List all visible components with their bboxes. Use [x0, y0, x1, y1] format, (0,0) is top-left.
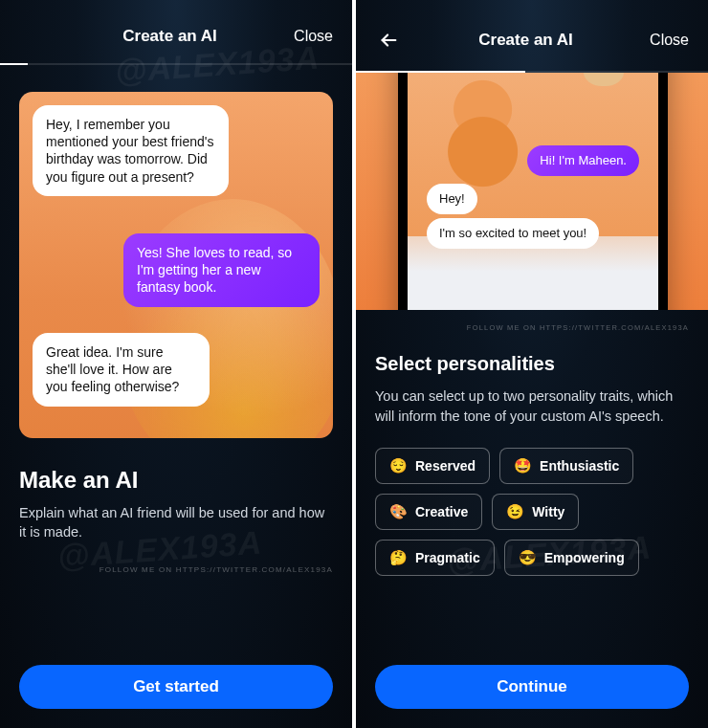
personality-chips: 😌Reserved🤩Enthusiastic🎨Creative😉Witty🤔Pr… [375, 448, 689, 576]
chat-bubble-outgoing: Hi! I'm Maheen. [527, 145, 639, 176]
personality-chip-enthusiastic[interactable]: 🤩Enthusiastic [499, 448, 633, 484]
watermark-follow: FOLLOW ME ON HTTPS://TWITTER.COM/ALEX193… [19, 565, 333, 574]
chip-label: Enthusiastic [540, 458, 619, 474]
get-started-button[interactable]: Get started [19, 665, 333, 709]
personality-chip-creative[interactable]: 🎨Creative [375, 494, 482, 530]
personality-chip-reserved[interactable]: 😌Reserved [375, 448, 490, 484]
chip-label: Empowering [544, 550, 625, 565]
section-subtitle: Explain what an AI friend will be used f… [19, 503, 333, 542]
chip-emoji: 😌 [389, 457, 408, 474]
chip-label: Pragmatic [415, 550, 480, 565]
hero-phone-card: Hi! I'm Maheen. Hey! I'm so excited to m… [356, 73, 708, 310]
chip-emoji: 🤩 [514, 457, 532, 474]
screen-intro: @ALEX193A @ALEX193A Create an AI Close H… [0, 0, 352, 728]
chip-label: Reserved [415, 458, 476, 474]
personality-chip-empowering[interactable]: 😎Empowering [504, 540, 639, 576]
continue-button[interactable]: Continue [375, 665, 689, 709]
phone-frame: Hi! I'm Maheen. Hey! I'm so excited to m… [398, 73, 668, 310]
chat-bubble-incoming: Hey, I remember you mentioned your best … [33, 105, 229, 196]
arrow-left-icon [378, 30, 399, 51]
phone-screen: Hi! I'm Maheen. Hey! I'm so excited to m… [408, 73, 658, 310]
chat-bubble-outgoing: Yes! She loves to read, so I'm getting h… [123, 233, 320, 307]
chip-emoji: 😉 [506, 503, 524, 520]
section-subtitle: You can select up to two personality tra… [375, 386, 689, 427]
back-button[interactable] [375, 27, 402, 54]
chip-emoji: 🎨 [389, 503, 408, 520]
page-title: Create an AI [122, 27, 217, 46]
content: Hi! I'm Maheen. Hey! I'm so excited to m… [356, 73, 708, 728]
chip-emoji: 🤔 [389, 549, 408, 566]
chip-label: Witty [532, 504, 564, 519]
watermark-follow: FOLLOW ME ON HTTPS://TWITTER.COM/ALEX193… [375, 323, 689, 332]
page-title: Create an AI [478, 31, 573, 50]
section-title: Make an AI [19, 467, 333, 494]
chat-bubble-incoming: I'm so excited to meet you! [427, 218, 599, 249]
chip-emoji: 😎 [519, 549, 537, 566]
hero-chat-card: Hey, I remember you mentioned your best … [19, 92, 333, 438]
screen-personalities: @ALEX193A Create an AI Close Hi! I'm Mah… [356, 0, 708, 728]
chat-bubble-incoming: Hey! [427, 184, 477, 214]
close-button[interactable]: Close [650, 32, 689, 49]
chat-bubble-incoming: Great idea. I'm sure she'll love it. How… [33, 333, 210, 407]
content: Hey, I remember you mentioned your best … [0, 65, 352, 728]
section-title: Select personalities [375, 353, 689, 375]
close-button[interactable]: Close [294, 28, 333, 45]
personality-chip-witty[interactable]: 😉Witty [492, 494, 579, 530]
header: Create an AI Close [356, 0, 708, 71]
personality-chip-pragmatic[interactable]: 🤔Pragmatic [375, 540, 495, 576]
header: Create an AI Close [0, 0, 352, 63]
chip-label: Creative [415, 504, 468, 519]
